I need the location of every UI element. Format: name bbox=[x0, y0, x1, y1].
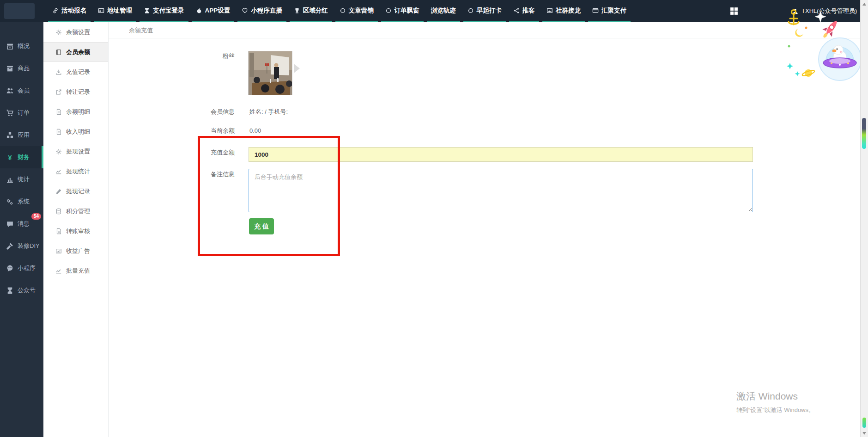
scrollbar-thumb[interactable] bbox=[862, 118, 866, 149]
top-nav-item-label: 浏览轨迹 bbox=[431, 6, 456, 15]
sidebar-item-label: 订单 bbox=[18, 109, 30, 117]
gear-icon bbox=[55, 29, 62, 36]
sidebar-item-label: 消息 bbox=[18, 220, 30, 228]
top-nav-item-9[interactable]: 早起打卡 bbox=[463, 0, 506, 22]
sidebar-item-7[interactable]: 系统 bbox=[0, 191, 43, 213]
top-nav-item-label: 订单飘窗 bbox=[395, 6, 419, 15]
submenu-item-label: 提现记录 bbox=[66, 187, 90, 196]
top-nav-item-8[interactable]: 浏览轨迹 bbox=[427, 0, 460, 22]
logo bbox=[4, 3, 35, 19]
submenu-item-label: 转账审核 bbox=[66, 227, 90, 235]
gears-icon bbox=[6, 198, 14, 206]
external-icon bbox=[55, 89, 62, 95]
sidebar-item-label: 装修DIY bbox=[18, 242, 40, 250]
recharge-amount-input[interactable] bbox=[249, 147, 753, 162]
comment-icon bbox=[6, 220, 14, 228]
submenu-item-label: 转让记录 bbox=[66, 88, 90, 96]
sidebar-item-0[interactable]: 概况 bbox=[0, 35, 43, 57]
top-nav-item-label: 支付宝登录 bbox=[153, 6, 184, 15]
top-nav-item-0[interactable]: 活动报名 bbox=[48, 0, 91, 22]
submenu-item-2[interactable]: 充值记录 bbox=[43, 62, 108, 82]
top-nav-item-3[interactable]: APP设置 bbox=[192, 0, 235, 22]
sidebar-item-label: 公众号 bbox=[18, 286, 36, 295]
top-nav-item-4[interactable]: 小程序直播 bbox=[237, 0, 286, 22]
page-title: 余额充值 bbox=[129, 22, 860, 38]
remark-textarea[interactable] bbox=[249, 169, 753, 212]
circle-icon bbox=[385, 7, 392, 14]
submenu-item-label: 收入明细 bbox=[66, 128, 90, 136]
scrollbar-marker bbox=[862, 418, 866, 428]
recharge-submit-button[interactable]: 充 值 bbox=[249, 218, 274, 234]
link-icon bbox=[52, 7, 59, 14]
submenu-item-label: 提现统计 bbox=[66, 167, 90, 176]
top-nav-item-10[interactable]: 推客 bbox=[509, 0, 539, 22]
sidebar-item-6[interactable]: 统计 bbox=[0, 168, 43, 191]
top-nav-item-label: 区域分红 bbox=[303, 6, 328, 15]
top-nav-item-label: 汇聚支付 bbox=[601, 6, 626, 15]
top-nav-item-12[interactable]: 汇聚支付 bbox=[588, 0, 631, 22]
finance-submenu: 余额设置会员余额充值记录转让记录余额明细收入明细提现设置提现统计提现记录积分管理… bbox=[43, 22, 109, 437]
submenu-item-3[interactable]: 转让记录 bbox=[43, 82, 108, 102]
file-icon bbox=[55, 228, 62, 234]
user-icon bbox=[792, 8, 799, 15]
submenu-item-4[interactable]: 余额明细 bbox=[43, 102, 108, 122]
top-nav-item-6[interactable]: 文章营销 bbox=[335, 0, 378, 22]
top-nav-menu: 活动报名地址管理支付宝登录APP设置小程序直播区域分红文章营销订单飘窗浏览轨迹早… bbox=[48, 0, 634, 22]
sidebar-item-8[interactable]: 消息54 bbox=[0, 213, 43, 235]
user-menu[interactable]: TXHL(公众号管理员) bbox=[792, 0, 857, 22]
image-icon bbox=[55, 248, 62, 254]
submenu-item-label: 充值记录 bbox=[66, 68, 90, 76]
logo-block bbox=[0, 0, 43, 22]
file-icon bbox=[55, 109, 62, 115]
vertical-scrollbar[interactable] bbox=[860, 0, 868, 437]
top-nav-item-11[interactable]: 社群接龙 bbox=[542, 0, 585, 22]
top-nav-item-2[interactable]: 支付宝登录 bbox=[140, 0, 188, 22]
sidebar-item-4[interactable]: 应用 bbox=[0, 124, 43, 146]
sidebar-item-1[interactable]: 商品 bbox=[0, 57, 43, 80]
sidebar-item-label: 统计 bbox=[18, 175, 30, 184]
submenu-item-0[interactable]: 余额设置 bbox=[43, 22, 108, 42]
submenu-item-label: 收益广告 bbox=[66, 247, 90, 255]
top-nav-item-5[interactable]: 区域分红 bbox=[290, 0, 332, 22]
submenu-item-10[interactable]: 转账审核 bbox=[43, 221, 108, 241]
submenu-item-11[interactable]: 收益广告 bbox=[43, 241, 108, 261]
archive-icon bbox=[6, 43, 14, 50]
submenu-item-1[interactable]: 会员余额 bbox=[43, 42, 108, 62]
windows-activation-watermark: 激活 Windows 转到“设置”以激活 Windows。 bbox=[736, 390, 814, 414]
fan-avatar-photo[interactable] bbox=[248, 51, 292, 95]
submenu-item-9[interactable]: 积分管理 bbox=[43, 201, 108, 221]
gear-icon bbox=[55, 148, 62, 155]
file-icon bbox=[55, 129, 62, 135]
top-nav-item-1[interactable]: 地址管理 bbox=[94, 0, 136, 22]
fan-label: 粉丝 bbox=[109, 52, 235, 60]
sidebar-item-label: 财务 bbox=[18, 153, 30, 161]
submenu-item-6[interactable]: 提现设置 bbox=[43, 142, 108, 161]
sidebar-item-2[interactable]: 会员 bbox=[0, 80, 43, 102]
member-info-value: 姓名: / 手机号: bbox=[249, 108, 288, 116]
submenu-item-12[interactable]: 批量充值 bbox=[43, 261, 108, 281]
submenu-item-8[interactable]: 提现记录 bbox=[43, 181, 108, 201]
scroll-up-arrow-icon[interactable] bbox=[862, 3, 866, 6]
member-info-label: 会员信息 bbox=[109, 108, 235, 116]
submenu-item-5[interactable]: 收入明细 bbox=[43, 122, 108, 142]
sidebar-item-3[interactable]: 订单 bbox=[0, 102, 43, 124]
apps-grid-icon[interactable] bbox=[730, 7, 738, 15]
sidebar-item-11[interactable]: 公众号 bbox=[0, 279, 43, 302]
sidebar-item-10[interactable]: 小程序 bbox=[0, 257, 43, 279]
sidebar-item-5[interactable]: ¥财务 bbox=[0, 146, 43, 168]
gavel-icon bbox=[6, 242, 14, 250]
current-balance-label: 当前余额 bbox=[109, 127, 235, 135]
content-header: 余额充值 bbox=[109, 22, 860, 38]
top-nav-item-7[interactable]: 订单飘窗 bbox=[381, 0, 424, 22]
recharge-amount-label: 充值金额 bbox=[109, 148, 235, 157]
scroll-down-arrow-icon[interactable] bbox=[862, 432, 866, 435]
cart-icon bbox=[6, 109, 14, 117]
watermark-line2: 转到“设置”以激活 Windows。 bbox=[736, 406, 814, 414]
hourglass-icon bbox=[6, 287, 14, 295]
submenu-item-7[interactable]: 提现统计 bbox=[43, 161, 108, 181]
book-icon bbox=[55, 49, 62, 55]
sidebar-item-9[interactable]: 装修DIY bbox=[0, 235, 43, 257]
wechat-icon bbox=[6, 265, 14, 272]
hourglass-icon bbox=[144, 7, 150, 14]
photo-next-arrow-icon bbox=[294, 64, 300, 73]
